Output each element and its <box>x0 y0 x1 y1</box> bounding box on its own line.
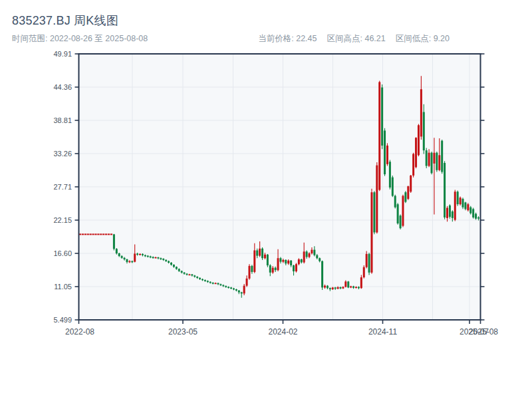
candle-body <box>464 202 466 209</box>
candle-body <box>392 178 394 196</box>
doji-dash <box>100 233 102 235</box>
candle-body <box>241 293 243 294</box>
doji-dash <box>90 233 92 235</box>
candle-body <box>452 211 454 218</box>
x-tick-label: 2024-11 <box>368 327 397 336</box>
candle-body <box>118 253 120 256</box>
candle-body <box>306 251 308 257</box>
y-tick-label: 49.91 <box>53 50 72 58</box>
candle-body <box>412 154 414 176</box>
candle-body <box>225 286 227 287</box>
candle-body <box>358 287 360 288</box>
candle-body <box>400 215 402 228</box>
candle-body <box>178 269 180 271</box>
candle-body <box>438 155 440 170</box>
candle-body <box>344 281 346 287</box>
candle-body <box>376 166 378 233</box>
candle-body <box>150 257 152 258</box>
doji-dash <box>108 233 110 235</box>
candle-body <box>332 287 334 289</box>
candle-body <box>402 196 404 226</box>
candle-body <box>256 251 258 256</box>
candle-body <box>261 249 263 258</box>
candle-body <box>449 205 451 217</box>
candle-body <box>397 204 399 223</box>
candle-body <box>329 288 331 289</box>
y-tick-label: 22.15 <box>53 216 72 224</box>
candle-body <box>472 209 474 217</box>
candle-body <box>347 281 349 287</box>
y-tick-label: 11.05 <box>54 283 72 291</box>
candle-body <box>217 283 219 285</box>
candle-body <box>131 261 133 263</box>
candle-body <box>444 163 446 217</box>
candle-body <box>446 208 448 218</box>
candle-body <box>366 254 368 267</box>
candle-body <box>147 256 149 257</box>
candle-body <box>136 253 138 255</box>
candle-body <box>462 199 464 207</box>
doji-dash <box>105 233 107 235</box>
candle-body <box>454 192 456 219</box>
chart-svg: 49.9144.3638.8133.2627.7122.1516.6011.05… <box>0 0 532 399</box>
doji-dash <box>92 233 94 235</box>
candle-body <box>188 275 190 276</box>
doji-dash <box>110 233 112 235</box>
candle-body <box>386 146 388 164</box>
candle-body <box>431 153 433 174</box>
candle-body <box>303 251 305 262</box>
candle-body <box>196 277 198 278</box>
candle-body <box>251 266 253 272</box>
candle-body <box>460 198 462 204</box>
candle-body <box>389 162 391 188</box>
candle-body <box>384 130 386 174</box>
candle-body <box>199 278 201 279</box>
candle-body <box>404 192 406 201</box>
candle-body <box>295 264 297 271</box>
candle-body <box>363 267 365 277</box>
candle-body <box>418 125 420 155</box>
candle-body <box>227 287 229 288</box>
y-tick-label: 33.26 <box>53 150 72 158</box>
candle-body <box>168 261 170 263</box>
y-tick-label: 44.36 <box>53 83 72 91</box>
candle-body <box>316 255 318 259</box>
x-axis-labels: 2022-082023-052024-022024-112025-072025-… <box>65 327 498 336</box>
candle-body <box>128 261 130 263</box>
candle-body <box>162 259 164 260</box>
candle-body <box>248 266 250 279</box>
candle-body <box>342 287 344 288</box>
candle-body <box>277 258 279 270</box>
candle-body <box>215 283 217 285</box>
y-tick-label: 16.60 <box>53 249 72 257</box>
candle-body <box>253 251 255 272</box>
candle-body <box>293 265 295 271</box>
candle-body <box>160 258 162 259</box>
candle-body <box>246 279 248 286</box>
candle-body <box>298 259 300 264</box>
candle-body <box>243 286 245 294</box>
candle-body <box>290 261 292 265</box>
candle-body <box>126 259 128 262</box>
candle-body <box>207 281 209 282</box>
kline-page: 835237.BJ 周K线图 时间范围: 2022-08-26 至 2025-0… <box>0 0 532 399</box>
candle-body <box>313 250 315 255</box>
candle-body <box>259 249 261 256</box>
candle-body <box>235 289 237 291</box>
candle-body <box>477 217 479 219</box>
y-tick-label: 5.499 <box>53 316 72 324</box>
candle-body <box>319 258 321 261</box>
x-tick-label: 2022-08 <box>65 327 94 336</box>
x-tick-label: 2024-02 <box>268 327 297 336</box>
candle-body <box>352 287 354 288</box>
candle-body <box>209 282 211 283</box>
y-tick-label: 27.71 <box>53 183 72 191</box>
candle-body <box>238 291 240 293</box>
candle-body <box>116 249 118 253</box>
candle-body <box>373 192 375 232</box>
candle-body <box>415 138 417 167</box>
candle-body <box>184 273 186 274</box>
candle-body <box>142 254 144 255</box>
candle-body <box>368 254 370 273</box>
candle-body <box>134 253 136 261</box>
